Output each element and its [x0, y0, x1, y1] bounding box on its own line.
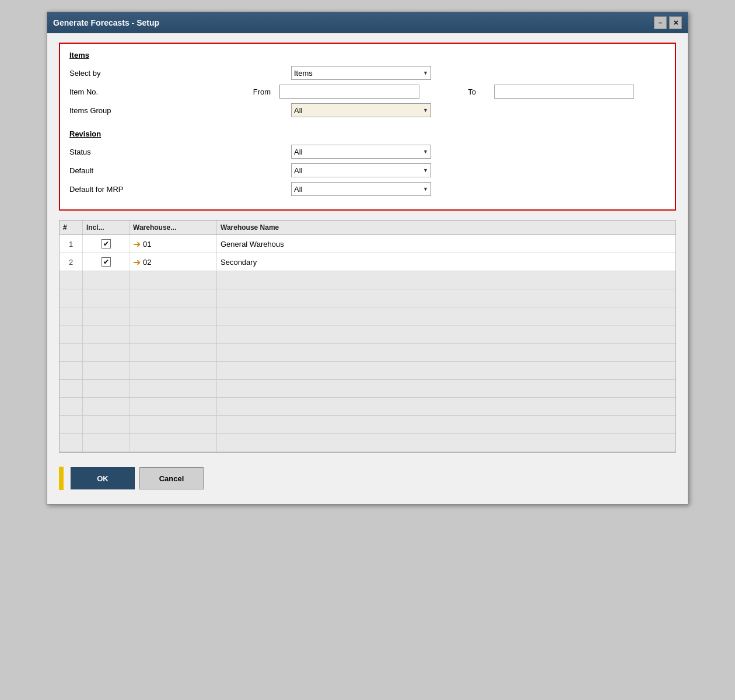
default-wrapper[interactable]: All [291, 163, 431, 177]
items-group-label: Items Group [69, 106, 291, 115]
row2-warehouse-code: ➜ 02 [130, 253, 217, 271]
table-row: 2 ✔ ➜ 02 Secondary [60, 253, 676, 271]
window-title: Generate Forecasts - Setup [53, 18, 159, 27]
row1-warehouse-name: General Warehous [217, 235, 676, 253]
empty-row [60, 271, 676, 289]
row1-warehouse-code: ➜ 01 [130, 235, 217, 253]
row1-num: 1 [60, 235, 83, 253]
items-section-title: Items [69, 51, 666, 60]
row1-included[interactable]: ✔ [83, 235, 130, 253]
yellow-accent-bar [59, 467, 64, 490]
grid-header: # Incl... Warehouse... Warehouse Name [60, 220, 676, 235]
title-bar-controls: − ✕ [654, 16, 682, 29]
row2-checkbox[interactable]: ✔ [102, 257, 111, 267]
row2-warehouse-name: Secondary [217, 253, 676, 271]
default-label: Default [69, 166, 291, 175]
select-by-wrapper[interactable]: Items Item Group [291, 66, 431, 80]
row1-code-text: 01 [143, 240, 151, 249]
item-no-row: Item No. From To [69, 84, 666, 99]
row2-code-text: 02 [143, 258, 151, 267]
row2-included[interactable]: ✔ [83, 253, 130, 271]
table-row: 1 ✔ ➜ 01 General Warehous [60, 235, 676, 253]
col-warehouse-code: Warehouse... [130, 220, 217, 235]
select-by-select[interactable]: Items Item Group [291, 66, 431, 80]
close-button[interactable]: ✕ [669, 16, 682, 29]
empty-row [60, 289, 676, 307]
to-label: To [454, 88, 489, 96]
cancel-button[interactable]: Cancel [139, 467, 204, 489]
default-row: Default All [69, 163, 666, 178]
title-bar: Generate Forecasts - Setup − ✕ [47, 12, 688, 33]
default-mrp-select[interactable]: All [291, 182, 431, 196]
empty-row [60, 434, 676, 452]
revision-section-title: Revision [69, 130, 666, 138]
col-included: Incl... [83, 220, 130, 235]
item-no-label: Item No. [69, 88, 244, 96]
select-by-label: Select by [69, 69, 291, 78]
empty-row [60, 416, 676, 434]
default-mrp-label: Default for MRP [69, 185, 291, 194]
col-warehouse-name: Warehouse Name [217, 220, 676, 235]
empty-row [60, 307, 676, 326]
default-mrp-row: Default for MRP All [69, 181, 666, 197]
empty-row [60, 326, 676, 344]
from-label: From [244, 88, 279, 96]
item-no-to-input[interactable] [494, 85, 634, 99]
warehouse-grid: # Incl... Warehouse... Warehouse Name 1 … [59, 220, 676, 453]
item-no-from-input[interactable] [279, 85, 419, 99]
status-label: Status [69, 148, 291, 156]
status-wrapper[interactable]: All [291, 145, 431, 159]
empty-row [60, 380, 676, 398]
items-group-select[interactable]: All [291, 103, 431, 117]
row2-num: 2 [60, 253, 83, 271]
empty-row [60, 398, 676, 416]
minimize-button[interactable]: − [654, 16, 667, 29]
main-window: Generate Forecasts - Setup − ✕ Items Sel… [47, 12, 688, 505]
status-select[interactable]: All [291, 145, 431, 159]
items-group-row: Items Group All [69, 103, 666, 118]
ok-button[interactable]: OK [71, 467, 135, 489]
default-select[interactable]: All [291, 163, 431, 177]
empty-rows-block [60, 271, 676, 452]
row1-arrow-icon: ➜ [133, 239, 141, 250]
button-row: OK Cancel [59, 462, 676, 495]
window-body: Items Select by Items Item Group Item No… [47, 33, 688, 504]
default-mrp-wrapper[interactable]: All [291, 182, 431, 196]
items-group-wrapper[interactable]: All [291, 103, 431, 117]
status-row: Status All [69, 144, 666, 159]
col-num: # [60, 220, 83, 235]
row2-arrow-icon: ➜ [133, 257, 141, 268]
select-by-row: Select by Items Item Group [69, 65, 666, 80]
row1-checkbox[interactable]: ✔ [102, 239, 111, 249]
items-revision-box: Items Select by Items Item Group Item No… [59, 43, 676, 211]
empty-row [60, 344, 676, 362]
empty-row [60, 362, 676, 380]
